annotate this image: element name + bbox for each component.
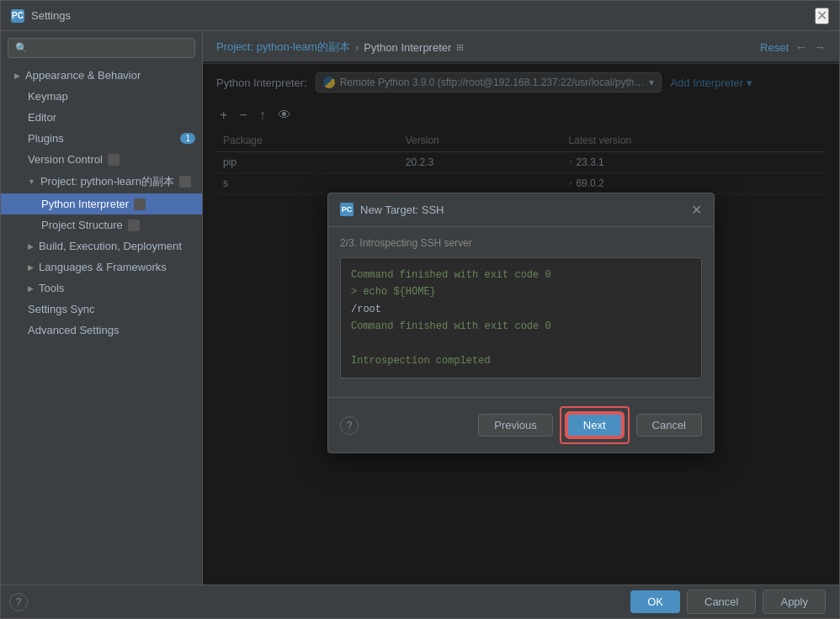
expand-arrow: ▶ — [14, 71, 20, 80]
modal-footer: ? Previous Next Cancel — [328, 397, 714, 452]
modal-step: 2/3. Introspecting SSH server — [340, 237, 702, 249]
terminal-line: Command finished with exit code 0 — [351, 267, 691, 283]
sidebar-label: Build, Execution, Deployment — [39, 240, 182, 252]
sidebar-item-project[interactable]: ▼ Project: python-learn的副本 — [1, 170, 202, 193]
sidebar-label: Settings Sync — [28, 303, 95, 315]
modal-title: New Target: SSH — [360, 204, 684, 216]
ok-button[interactable]: OK — [630, 590, 680, 613]
bottom-bar: ? OK Cancel Apply — [1, 585, 839, 618]
sidebar-label: Python Interpreter — [41, 198, 129, 210]
terminal-line — [351, 335, 691, 352]
sidebar-label: Project: python-learn的副本 — [40, 174, 174, 189]
expand-arrow: ▶ — [28, 263, 34, 272]
breadcrumb-project-link[interactable]: Project: python-learn的副本 — [216, 40, 350, 55]
header-actions: Reset ← → — [760, 40, 826, 54]
breadcrumb-sep: › — [355, 41, 359, 54]
app-icon: PC — [11, 9, 24, 23]
search-input[interactable] — [33, 42, 188, 54]
sidebar-item-project-structure[interactable]: Project Structure — [1, 214, 202, 235]
close-button[interactable]: ✕ — [815, 8, 829, 24]
sidebar-item-vcs[interactable]: Version Control — [1, 149, 202, 170]
apply-button[interactable]: Apply — [763, 590, 826, 614]
sidebar-item-python-interpreter[interactable]: Python Interpreter — [1, 193, 202, 214]
terminal-line: /root — [351, 301, 691, 318]
breadcrumb-icon: ⊞ — [456, 42, 464, 53]
search-box[interactable]: 🔍 — [8, 38, 195, 58]
sidebar: 🔍 ▶ Appearance & Behavior Keymap Editor … — [1, 31, 203, 585]
modal-close-button[interactable]: ✕ — [691, 202, 702, 218]
sidebar-item-build[interactable]: ▶ Build, Execution, Deployment — [1, 235, 202, 257]
expand-arrow: ▶ — [28, 242, 34, 251]
nav-forward-button[interactable]: → — [814, 40, 826, 54]
modal-cancel-button[interactable]: Cancel — [636, 414, 702, 436]
window-title: Settings — [31, 9, 71, 22]
modal-body: 2/3. Introspecting SSH server Command fi… — [328, 227, 714, 397]
sidebar-item-keymap[interactable]: Keymap — [1, 86, 202, 107]
vcs-icon — [108, 154, 120, 166]
terminal-line: Command finished with exit code 0 — [351, 318, 691, 335]
sidebar-item-languages[interactable]: ▶ Languages & Frameworks — [1, 257, 202, 278]
window-body: 🔍 ▶ Appearance & Behavior Keymap Editor … — [1, 31, 839, 585]
breadcrumb: Project: python-learn的副本 › Python Interp… — [216, 40, 753, 55]
next-highlight: Next — [560, 406, 630, 444]
sidebar-item-appearance[interactable]: ▶ Appearance & Behavior — [1, 65, 202, 86]
search-icon: 🔍 — [15, 42, 28, 54]
modal-icon: PC — [340, 203, 354, 216]
sidebar-label: Editor — [28, 111, 56, 124]
help-button[interactable]: ? — [9, 593, 28, 611]
interpreter-icon — [134, 198, 146, 210]
terminal-output: Command finished with exit code 0 > echo… — [340, 257, 702, 378]
sidebar-item-tools[interactable]: ▶ Tools — [1, 278, 202, 299]
sidebar-label: Languages & Frameworks — [39, 261, 167, 273]
expand-arrow: ▼ — [28, 177, 35, 186]
title-bar: PC Settings ✕ — [1, 1, 839, 31]
plugins-badge: 1 — [180, 133, 195, 144]
modal-header: PC New Target: SSH ✕ — [328, 193, 714, 227]
new-target-modal: PC New Target: SSH ✕ 2/3. Introspecting … — [327, 193, 715, 453]
project-icon — [179, 176, 191, 188]
sidebar-label: Tools — [39, 282, 64, 294]
terminal-line: Introspection completed — [351, 352, 691, 369]
sidebar-item-plugins[interactable]: Plugins 1 — [1, 128, 202, 149]
expand-arrow: ▶ — [28, 284, 34, 293]
sidebar-label: Advanced Settings — [28, 324, 119, 336]
sidebar-label: Plugins — [28, 132, 64, 145]
breadcrumb-current: Python Interpreter — [364, 41, 451, 54]
main-content: Project: python-learn的副本 › Python Interp… — [203, 31, 839, 585]
sidebar-label: Project Structure — [41, 219, 123, 231]
modal-overlay: PC New Target: SSH ✕ 2/3. Introspecting … — [203, 61, 839, 585]
sidebar-item-editor[interactable]: Editor — [1, 107, 202, 128]
content-header: Project: python-learn的副本 › Python Interp… — [203, 31, 839, 64]
reset-button[interactable]: Reset — [760, 41, 789, 54]
modal-help-button[interactable]: ? — [340, 416, 359, 435]
sidebar-label: Appearance & Behavior — [25, 69, 141, 82]
question-icon: ? — [347, 420, 353, 431]
sidebar-label: Version Control — [28, 153, 103, 166]
settings-window: PC Settings ✕ 🔍 ▶ Appearance & Behavior … — [0, 0, 840, 619]
structure-icon — [128, 220, 140, 231]
nav-back-button[interactable]: ← — [795, 40, 807, 54]
cancel-button[interactable]: Cancel — [687, 590, 756, 614]
next-button[interactable]: Next — [566, 413, 623, 437]
previous-button[interactable]: Previous — [478, 414, 553, 436]
sidebar-label: Keymap — [28, 90, 68, 103]
terminal-line: > echo ${HOME} — [351, 283, 691, 300]
sidebar-item-settings-sync[interactable]: Settings Sync — [1, 299, 202, 320]
sidebar-item-advanced[interactable]: Advanced Settings — [1, 320, 202, 341]
